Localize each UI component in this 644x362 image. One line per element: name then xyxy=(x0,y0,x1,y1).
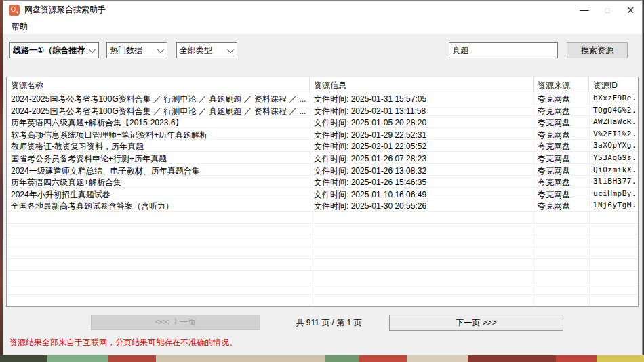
cell-resource-id: YS3AgG9s... xyxy=(589,152,638,164)
table-header: 资源名称 资源信息 资源来源 资源ID xyxy=(7,77,638,92)
chevron-down-icon xyxy=(155,47,167,53)
cell-resource-info: 文件时间: 2025-01-30 20:55:26 xyxy=(310,199,534,212)
cell-resource-name: 历年英语四六级真题+解析合集【2015-2023.6】 xyxy=(7,116,310,128)
cell-resource-source: 夸克网盘 xyxy=(534,116,589,128)
cell-resource-id: bXxzF9Re... xyxy=(589,92,638,104)
table-row[interactable]: 2024-2025国考公考省考100G资料合集 ／ 行测申论 ／ 真题刷题 ／ … xyxy=(7,92,638,104)
cell-resource-source: 夸克网盘 xyxy=(534,128,589,140)
cell-resource-name: 2024一级建造师文档总结、电子教材、历年真题合集 xyxy=(7,164,310,176)
cell-resource-id: AWZHaWcR... xyxy=(589,116,638,128)
cell-resource-source: 夸克网盘 xyxy=(534,199,589,212)
cell-resource-info: 文件时间: 2025-01-05 20:28:20 xyxy=(310,116,534,128)
column-header-name[interactable]: 资源名称 xyxy=(7,77,310,92)
cell-resource-source: 夸克网盘 xyxy=(534,140,589,152)
app-window: 网盘资源聚合搜索助手 — □ ✕ 帮助 线路一①（综合推荐 热门数据 全部类型 … xyxy=(3,0,643,355)
cell-resource-info: 文件时间: 2025-01-26 15:46:35 xyxy=(310,176,534,188)
cell-resource-source: 夸克网盘 xyxy=(534,164,589,176)
cell-resource-name: 2024-2025国考公考省考100G资料合集 ／ 行测申论 ／ 真题刷题 ／ … xyxy=(7,104,310,117)
cell-resource-id: QiOzmikX... xyxy=(589,164,638,176)
route-select-value: 线路一①（综合推荐 xyxy=(10,45,86,56)
desktop-wallpaper-bottom xyxy=(0,355,644,362)
cell-resource-info: 文件时间: 2025-01-26 13:08:32 xyxy=(310,164,534,176)
prev-page-button[interactable]: <<< 上一页 xyxy=(91,315,260,330)
cell-resource-info: 文件时间: 2025-02-01 13:11:58 xyxy=(310,104,534,117)
window-title: 网盘资源聚合搜索助手 xyxy=(24,4,106,16)
title-bar: 网盘资源聚合搜索助手 — □ ✕ xyxy=(3,1,642,19)
minimize-button[interactable]: — xyxy=(573,1,596,19)
app-logo-search-icon xyxy=(9,5,20,16)
type-select[interactable]: 全部类型 xyxy=(176,42,237,58)
magnifier-lens-icon xyxy=(11,7,16,12)
window-controls: — □ ✕ xyxy=(573,1,642,19)
cell-resource-info: 文件时间: 2025-01-10 16:06:49 xyxy=(310,188,534,200)
table-row[interactable]: 2024一级建造师文档总结、电子教材、历年真题合集 文件时间: 2025-01-… xyxy=(7,164,638,176)
table-body: 2024-2025国考公考省考100G资料合集 ／ 行测申论 ／ 真题刷题 ／ … xyxy=(7,92,638,307)
cell-resource-id: 3aXOpYXg... xyxy=(589,140,638,152)
cell-resource-source: 夸克网盘 xyxy=(534,152,589,164)
cell-resource-source: 夸克网盘 xyxy=(534,92,589,104)
cell-resource-name: 国省考公务员备考资料申论+行测+历年真题 xyxy=(7,152,310,164)
cell-resource-source: 夸克网盘 xyxy=(534,188,589,200)
type-select-value: 全部类型 xyxy=(177,45,224,56)
table-row[interactable]: 2024年小升初招生真题试卷 文件时间: 2025-01-10 16:06:49… xyxy=(7,188,638,200)
data-category-select-value: 热门数据 xyxy=(107,45,155,56)
results-table: 资源名称 资源信息 资源来源 资源ID 2024-2025国考公考省考100G资… xyxy=(6,77,639,307)
cell-resource-info: 文件时间: 2025-01-31 15:57:05 xyxy=(310,92,534,104)
table-row[interactable]: 教师资格证-教资复习资料，历年真题 文件时间: 2025-02-01 22:05… xyxy=(7,140,638,152)
data-category-select[interactable]: 热门数据 xyxy=(106,42,167,58)
maximize-button[interactable]: □ xyxy=(596,1,619,19)
cell-resource-id: lNj6yTgM... xyxy=(589,199,638,212)
table-row[interactable]: 历年英语四六级真题+解析合集【2015-2023.6】 文件时间: 2025-0… xyxy=(7,116,638,128)
chevron-down-icon xyxy=(224,47,237,53)
cell-resource-info: 文件时间: 2025-02-01 22:05:52 xyxy=(310,140,534,152)
cell-resource-name: 软考高项信息系统项目管理师+笔记资料+历年真题解析 xyxy=(7,128,310,140)
chevron-down-icon xyxy=(86,47,98,53)
table-row[interactable]: 2024-2025国考公考省考100G资料合集 ／ 行测申论 ／ 真题刷题 ／ … xyxy=(7,104,638,117)
menu-help[interactable]: 帮助 xyxy=(6,20,33,34)
cell-resource-id: 3liBH377... xyxy=(589,176,638,188)
cell-resource-id: V%2FI1%2... xyxy=(589,128,638,140)
column-header-info[interactable]: 资源信息 xyxy=(310,77,534,92)
cell-resource-source: 夸克网盘 xyxy=(534,104,589,117)
next-page-button[interactable]: 下一页 >>> xyxy=(389,315,563,331)
cell-resource-name: 2024-2025国考公考省考100G资料合集 ／ 行测申论 ／ 真题刷题 ／ … xyxy=(7,92,310,104)
table-row[interactable]: 软考高项信息系统项目管理师+笔记资料+历年真题解析 文件时间: 2025-01-… xyxy=(7,128,638,140)
cell-resource-id: uciHmpBy... xyxy=(589,188,638,200)
table-row[interactable]: 国省考公务员备考资料申论+行测+历年真题 文件时间: 2025-01-26 07… xyxy=(7,152,638,164)
cell-resource-id: TOgQ4G%2... xyxy=(589,104,638,117)
close-button[interactable]: ✕ xyxy=(619,1,642,19)
menu-bar: 帮助 xyxy=(3,19,642,34)
table-row[interactable]: 全国各地最新高考真题试卷含答案（含听力） 文件时间: 2025-01-30 20… xyxy=(7,199,638,212)
cell-resource-info: 文件时间: 2025-01-26 07:28:23 xyxy=(310,152,534,164)
column-header-source[interactable]: 资源来源 xyxy=(534,77,589,92)
cell-resource-name: 2024年小升初招生真题试卷 xyxy=(7,188,310,200)
cell-resource-name: 全国各地最新高考真题试卷含答案（含听力） xyxy=(7,199,310,212)
route-select[interactable]: 线路一①（综合推荐 xyxy=(9,42,99,58)
magnifier-handle-icon xyxy=(16,11,18,13)
status-notice: 资源结果全部来自于互联网，分页结果可能存在不准确的情况。 xyxy=(9,337,237,348)
table-row[interactable]: 历年英语四六级真题+解析合集 文件时间: 2025-01-26 15:46:35… xyxy=(7,176,638,188)
cell-resource-info: 文件时间: 2025-01-29 22:52:31 xyxy=(310,128,534,140)
cell-resource-source: 夸克网盘 xyxy=(534,176,589,188)
cell-resource-name: 教师资格证-教资复习资料，历年真题 xyxy=(7,140,310,152)
search-input[interactable] xyxy=(449,42,558,58)
cell-resource-name: 历年英语四六级真题+解析合集 xyxy=(7,176,310,188)
search-button[interactable]: 搜索资源 xyxy=(567,42,628,58)
column-header-id[interactable]: 资源ID xyxy=(589,77,638,92)
